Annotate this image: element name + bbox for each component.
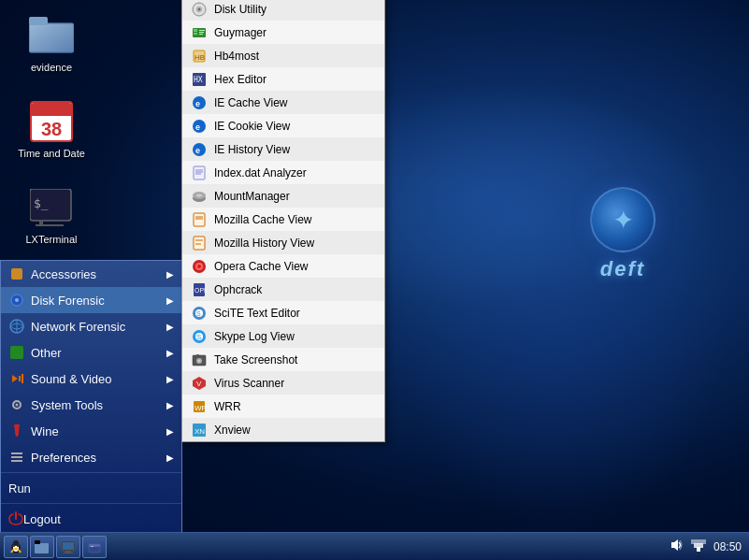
xnview-icon: XN: [190, 421, 209, 439]
ophcrack-icon: OPH: [190, 280, 209, 299]
desktop: deft evidence: [0, 0, 749, 560]
submenu-xnview[interactable]: XN Xnview: [182, 418, 384, 441]
sound-video-icon: [8, 370, 25, 387]
submenu-hex-editor[interactable]: HX Hex Editor: [182, 67, 384, 91]
svg-text:XN: XN: [194, 427, 205, 436]
submenu-scite[interactable]: S SciTE Text Editor: [182, 301, 384, 324]
svg-rect-56: [194, 166, 205, 179]
submenu-index-dat[interactable]: Index.dat Analyzer: [182, 161, 384, 184]
svg-rect-103: [91, 546, 94, 547]
svg-rect-3: [29, 17, 48, 25]
submenu-ophcrack[interactable]: OPH Ophcrack: [182, 278, 384, 301]
index-dat-icon: [190, 164, 209, 182]
ie-cookie-label: IE Cookie View: [214, 120, 290, 133]
other-icon: [8, 344, 25, 361]
menu-logout[interactable]: Logout: [1, 506, 181, 532]
desktop-icon-lxterminal[interactable]: $_ LXTerminal: [14, 181, 89, 249]
svg-text:HB: HB: [194, 53, 205, 62]
network-forensic-label: Network Forensic: [31, 320, 125, 334]
mount-manager-label: MountManager: [214, 190, 290, 203]
taskbar-display-btn[interactable]: [56, 536, 80, 558]
opera-cache-icon: [190, 257, 209, 276]
svg-rect-7: [36, 224, 64, 226]
submenu-take-screenshot[interactable]: Take Screenshot: [182, 348, 384, 371]
ie-cache-icon: e: [190, 93, 209, 112]
other-label: Other: [31, 346, 62, 360]
system-tools-arrow: ▶: [166, 400, 174, 410]
submenu-ie-cookie[interactable]: e IE Cookie View: [182, 114, 384, 137]
menu-item-network-forensic[interactable]: Network Forensic ▶: [1, 313, 181, 339]
disk-forensic-label: Disk Forensic: [31, 294, 105, 308]
take-screenshot-icon: [190, 351, 209, 369]
terminal-icon-img: $_: [29, 185, 74, 230]
svg-rect-95: [35, 543, 49, 553]
run-label: Run: [8, 481, 31, 495]
svg-rect-107: [691, 539, 706, 544]
accessories-label: Accessories: [31, 267, 96, 281]
svg-text:OPH: OPH: [194, 287, 207, 294]
accessories-icon: [8, 266, 25, 282]
svg-rect-19: [11, 456, 22, 458]
taskbar-folder-btn[interactable]: [30, 536, 54, 558]
lxterminal-label: LXTerminal: [25, 234, 77, 245]
submenu-opera-cache[interactable]: Opera Cache View: [182, 254, 384, 278]
virus-scanner-icon: V: [190, 374, 209, 393]
submenu-virus-scanner[interactable]: V Virus Scanner: [182, 371, 384, 395]
submenu-skype-log[interactable]: S Skype Log View: [182, 324, 384, 348]
guymager-label: Guymager: [214, 26, 266, 39]
network-icon[interactable]: [691, 538, 706, 555]
wine-icon: [8, 423, 25, 439]
menu-separator-2: [1, 503, 181, 504]
svg-rect-16: [22, 374, 23, 383]
submenu-hb4most[interactable]: HB Hb4most: [182, 44, 384, 67]
svg-rect-66: [194, 237, 205, 250]
svg-rect-96: [35, 540, 40, 544]
submenu-mozilla-cache[interactable]: Mozilla Cache View: [182, 208, 384, 231]
submenu-wrr[interactable]: WR WRR: [182, 395, 384, 418]
submenu-mozilla-history[interactable]: Mozilla History View: [182, 231, 384, 254]
svg-marker-104: [671, 539, 678, 551]
svg-text:S: S: [196, 333, 201, 341]
ie-cache-label: IE Cache View: [214, 96, 288, 109]
submenu-ie-history[interactable]: e IE History View: [182, 137, 384, 161]
hb4most-icon: HB: [190, 47, 209, 65]
wine-label: Wine: [31, 424, 59, 438]
submenu-ie-cache[interactable]: e IE Cache View: [182, 91, 384, 114]
submenu-disk-utility[interactable]: Disk Utility: [182, 0, 384, 21]
taskbar-penguin-btn[interactable]: [4, 536, 28, 558]
folder-icon: [29, 13, 74, 58]
submenu-mount-manager[interactable]: MountManager: [182, 184, 384, 208]
menu-item-system-tools[interactable]: System Tools ▶: [1, 392, 181, 418]
menu-item-other[interactable]: Other ▶: [1, 339, 181, 366]
svg-text:e: e: [195, 99, 200, 108]
app-menu: Accessories ▶ Disk Forensic ▶ Network Fo…: [0, 260, 182, 532]
menu-item-wine[interactable]: Wine ▶: [1, 418, 181, 444]
desktop-icon-timedate[interactable]: 38 Time and Date: [14, 95, 89, 163]
sound-icon[interactable]: [669, 538, 684, 555]
svg-rect-99: [65, 551, 71, 553]
svg-rect-63: [194, 213, 205, 226]
system-tools-icon: [8, 396, 25, 413]
calendar-icon: 38: [29, 99, 74, 144]
menu-item-disk-forensic[interactable]: Disk Forensic ▶: [1, 287, 181, 313]
desktop-icon-evidence[interactable]: evidence: [14, 9, 89, 77]
svg-text:e: e: [195, 146, 200, 155]
disk-utility-label: Disk Utility: [214, 3, 266, 16]
svg-rect-44: [199, 32, 204, 33]
timedate-label: Time and Date: [18, 148, 85, 159]
menu-run[interactable]: Run: [1, 475, 181, 501]
taskbar-window-btn[interactable]: [82, 536, 107, 558]
ophcrack-label: Ophcrack: [214, 283, 262, 296]
network-forensic-icon: [8, 318, 25, 335]
sound-video-label: Sound & Video: [31, 372, 112, 386]
menu-item-sound-video[interactable]: Sound & Video ▶: [1, 366, 181, 392]
mount-manager-icon: [190, 187, 209, 206]
svg-rect-8: [11, 268, 22, 280]
sound-video-arrow: ▶: [166, 374, 174, 384]
menu-item-accessories[interactable]: Accessories ▶: [1, 261, 181, 287]
svg-text:e: e: [195, 122, 200, 132]
menu-item-preferences[interactable]: Preferences ▶: [1, 444, 181, 470]
deft-logo-text: deft: [590, 257, 655, 281]
submenu-guymager[interactable]: Guymager: [182, 21, 384, 44]
svg-marker-14: [12, 375, 18, 382]
